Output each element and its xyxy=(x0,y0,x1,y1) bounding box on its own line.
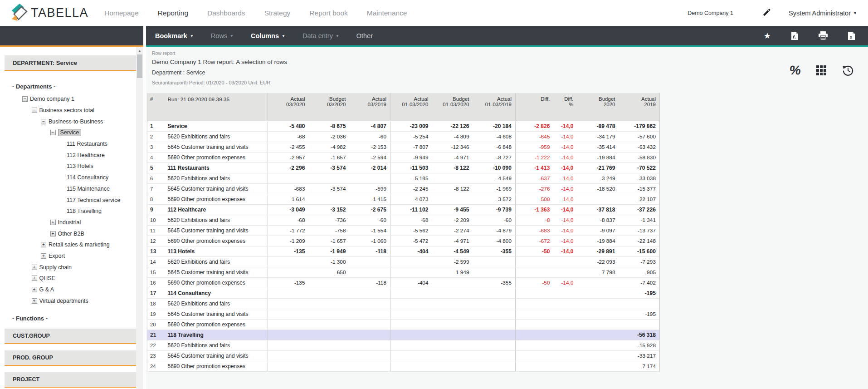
expand-icon[interactable]: + xyxy=(50,220,56,225)
panel-prod-group[interactable]: PROD. GROUP xyxy=(5,350,136,366)
table-row[interactable]: 155645 Customer training and visits-650-… xyxy=(147,267,660,277)
tree-node-117-technical-service[interactable]: 117 Technical service xyxy=(0,194,136,206)
cell-value: -118 xyxy=(350,246,390,256)
tree-node-qhse[interactable]: +QHSE xyxy=(0,273,136,284)
row-number: 13 xyxy=(147,246,159,256)
cell-value xyxy=(473,309,516,319)
col-header-actual-01-03-2020[interactable]: Actual01-03/2020 xyxy=(390,93,432,121)
table-row[interactable]: 185620 Exhibitions and fairs xyxy=(147,298,660,309)
col-header-budget-03-2020[interactable]: Budget03/2020 xyxy=(309,93,350,121)
nav-homepage[interactable]: Homepage xyxy=(104,9,139,17)
tree-node-113-hotels[interactable]: 113 Hotels xyxy=(0,161,136,172)
scroll-up-icon[interactable]: ▲ xyxy=(136,47,143,54)
tree-node-export[interactable]: +Export xyxy=(0,251,136,262)
table-row[interactable]: 125690 Other promotion expenses-1 209-1 … xyxy=(147,236,660,246)
collapse-icon[interactable]: − xyxy=(41,119,46,124)
tree-node-g-a[interactable]: +G & A xyxy=(0,284,136,295)
collapse-icon[interactable]: − xyxy=(32,108,37,113)
col-header-diff[interactable]: Diff.% xyxy=(554,93,577,121)
col-header-actual-2019[interactable]: Actual2019 xyxy=(619,93,660,121)
nav-reporting[interactable]: Reporting xyxy=(158,9,188,17)
tree-node-111-restaurants[interactable]: 111 Restaurants xyxy=(0,138,136,150)
collapse-icon[interactable]: − xyxy=(22,96,28,102)
grid-view-icon[interactable] xyxy=(816,65,826,75)
table-row[interactable]: 145620 Exhibitions and fairs-1 300-2 599… xyxy=(147,256,660,267)
tree-node-virtual-departments[interactable]: +Virtual departments xyxy=(0,295,136,306)
edit-pencil-icon[interactable] xyxy=(761,9,770,18)
table-row[interactable]: 115645 Customer training and visits-1 77… xyxy=(147,225,660,236)
table-row[interactable]: 21118 Travelling-56 318 xyxy=(147,330,660,340)
expand-icon[interactable]: + xyxy=(32,287,37,292)
tree-node-demo-company-1[interactable]: −Demo company 1 xyxy=(0,94,136,105)
table-row[interactable]: 25620 Exhibitions and fairs-68-2 036-60-… xyxy=(147,131,660,142)
scrollbar-thumb[interactable] xyxy=(137,54,142,78)
col-header-budget-01-03-2020[interactable]: Budget01-03/2020 xyxy=(432,93,473,121)
sidebar-scrollbar[interactable]: ▲ xyxy=(136,47,143,389)
history-icon[interactable] xyxy=(842,64,854,77)
user-menu[interactable]: System Administrator ▾ xyxy=(789,10,856,17)
data-entry-menu[interactable]: Data entry ▼ xyxy=(302,32,339,39)
percent-view-icon[interactable]: % xyxy=(789,63,802,78)
expand-icon[interactable]: + xyxy=(41,253,46,259)
nav-maintenance[interactable]: Maintenance xyxy=(367,9,407,17)
row-number: 3 xyxy=(147,142,159,152)
table-row[interactable]: 165690 Other promotion expenses-135-118-… xyxy=(147,277,660,288)
panel-project[interactable]: PROJECT xyxy=(5,372,136,388)
expand-icon[interactable]: + xyxy=(32,276,37,281)
excel-export-icon[interactable]: x xyxy=(848,31,855,40)
table-row[interactable]: 205690 Other promotion expenses xyxy=(147,319,660,330)
table-row[interactable]: 245690 Other promotion expenses-7 174 xyxy=(147,361,660,371)
other-menu[interactable]: Other xyxy=(356,32,373,39)
table-row[interactable]: 65620 Exhibitions and fairs-5 185-4 549-… xyxy=(147,173,660,183)
table-row[interactable]: 45690 Other promotion expenses-2 957-1 6… xyxy=(147,152,660,162)
table-row[interactable]: 105620 Exhibitions and fairs-68-736-60-6… xyxy=(147,215,660,225)
columns-menu[interactable]: Columns ▼ xyxy=(251,32,285,39)
tabella-logo[interactable]: TABELLA xyxy=(10,3,88,23)
tree-node-supply-chain[interactable]: +Supply chain xyxy=(0,261,136,273)
rows-menu[interactable]: Rows ▼ xyxy=(211,32,234,39)
col-header-diff[interactable]: Diff. xyxy=(516,93,554,121)
tree-node-other-b2b[interactable]: +Other B2B xyxy=(0,228,136,239)
favorite-star-icon[interactable]: ★ xyxy=(764,31,771,41)
tree-node-retail-sales-marketing[interactable]: +Retail sales & marketing xyxy=(0,239,136,251)
department-header[interactable]: DEPARTMENT: Service xyxy=(5,55,136,71)
table-row[interactable]: 9112 Healthcare-3 049-3 152-2 675-11 102… xyxy=(147,204,660,215)
col-header-actual-03-2020[interactable]: Actual03/2020 xyxy=(268,93,309,121)
table-row[interactable]: 5111 Restaurants-2 296-3 574-2 014-11 50… xyxy=(147,162,660,173)
table-row[interactable]: 1Service-5 480-8 675-4 807-23 009-22 126… xyxy=(147,121,660,131)
collapse-icon[interactable]: − xyxy=(50,130,56,135)
expand-icon[interactable]: + xyxy=(50,231,56,236)
col-header-actual-01-03-2019[interactable]: Actual01-03/2019 xyxy=(473,93,516,121)
row-number: 21 xyxy=(147,330,159,340)
table-row[interactable]: 75645 Customer training and visits-683-3… xyxy=(147,183,660,194)
panel-cust-group[interactable]: CUST.GROUP xyxy=(5,329,136,344)
cell-value: -645 xyxy=(516,131,554,142)
table-row[interactable]: 35645 Customer training and visits-2 455… xyxy=(147,142,660,152)
report-subtitle: Department : Service xyxy=(152,69,205,76)
col-header-budget-2020[interactable]: Budget2020 xyxy=(577,93,619,121)
table-row[interactable]: 195645 Customer training and visits-195 xyxy=(147,309,660,319)
tree-node-118-travelling[interactable]: 118 Travelling xyxy=(0,206,136,217)
expand-icon[interactable]: + xyxy=(41,242,46,247)
tree-node-business-to-business[interactable]: −Business-to-Business xyxy=(0,116,136,127)
tree-node-business-sectors-total[interactable]: −Business sectors total xyxy=(0,105,136,116)
table-row[interactable]: 225620 Exhibitions and fairs-15 928 xyxy=(147,340,660,350)
tree-node-115-maintenance[interactable]: 115 Maintenance xyxy=(0,183,136,195)
table-row[interactable]: 13113 Hotels-135-1 949-118-404-4 549-355… xyxy=(147,246,660,256)
print-icon[interactable] xyxy=(819,31,828,40)
table-row[interactable]: 85690 Other promotion expenses-1 614-1 4… xyxy=(147,194,660,204)
expand-icon[interactable]: + xyxy=(32,265,37,270)
nav-dashboards[interactable]: Dashboards xyxy=(207,9,245,17)
pdf-export-icon[interactable] xyxy=(791,31,799,40)
nav-report-book[interactable]: Report book xyxy=(309,9,347,17)
tree-node-112-healthcare[interactable]: 112 Healthcare xyxy=(0,149,136,161)
bookmark-menu[interactable]: Bookmark ▼ xyxy=(155,32,194,39)
table-row[interactable]: 235645 Customer training and visits-33 2… xyxy=(147,350,660,361)
tree-node-service[interactable]: −Service xyxy=(0,127,136,138)
tree-node-industrial[interactable]: +Industrial xyxy=(0,217,136,228)
tree-node-114-consultancy[interactable]: 114 Consultancy xyxy=(0,172,136,183)
col-header-actual-03-2019[interactable]: Actual03/2019 xyxy=(350,93,390,121)
nav-strategy[interactable]: Strategy xyxy=(264,9,291,17)
table-row[interactable]: 17114 Consultancy-195 xyxy=(147,288,660,298)
expand-icon[interactable]: + xyxy=(32,298,37,304)
